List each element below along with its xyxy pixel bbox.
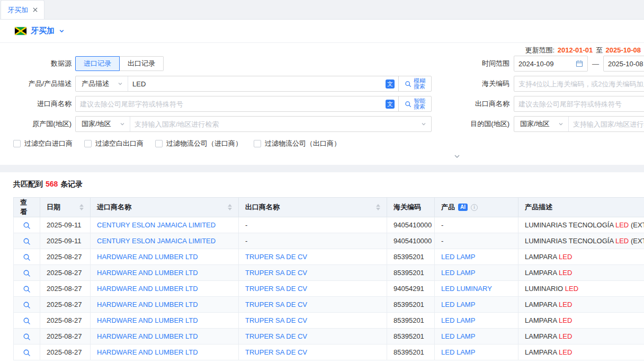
- calendar-icon: [576, 60, 583, 67]
- product-cell: LED LUMINARY: [435, 281, 518, 297]
- importer-link[interactable]: CENTURY ESLON JAMAICA LIMITED: [97, 237, 216, 245]
- importer-link[interactable]: HARDWARE AND LUMBER LTD: [97, 348, 198, 356]
- smart-search-button[interactable]: 智能 搜索: [398, 96, 431, 111]
- chevron-down-icon: [118, 81, 123, 86]
- importer-search-input[interactable]: [76, 96, 386, 111]
- importer-link[interactable]: HARDWARE AND LUMBER LTD: [97, 285, 198, 293]
- destination-country-input[interactable]: [569, 117, 644, 131]
- filter-checkbox[interactable]: 过滤物流公司（进口商）: [155, 139, 242, 148]
- collapse-panel-button[interactable]: [448, 152, 467, 161]
- translate-icon[interactable]: 文: [386, 100, 395, 109]
- importer-link[interactable]: HARDWARE AND LUMBER LTD: [97, 301, 198, 308]
- view-detail-icon[interactable]: [23, 333, 31, 341]
- origin-group: 国家/地区: [75, 116, 432, 132]
- form-row-datasource: 数据源 进口记录 出口记录 时间范围 —: [0, 56, 644, 72]
- date-to-input[interactable]: [603, 56, 644, 72]
- view-cell: [14, 249, 40, 265]
- checkbox-icon[interactable]: [155, 140, 163, 147]
- date-cell: 2025-08-27: [40, 297, 91, 313]
- origin-country-input[interactable]: [130, 117, 421, 131]
- exporter-link[interactable]: TRUPER SA DE CV: [245, 316, 307, 324]
- importer-label: 进口商名称: [0, 99, 71, 109]
- importer-cell: HARDWARE AND LUMBER LTD: [91, 297, 239, 313]
- exporter-input[interactable]: [514, 96, 644, 111]
- view-detail-icon[interactable]: [23, 237, 31, 245]
- view-detail-icon[interactable]: [23, 349, 31, 357]
- date-cell: 2025-08-27: [40, 281, 91, 297]
- import-records-option[interactable]: 进口记录: [75, 56, 120, 71]
- view-detail-icon[interactable]: [23, 253, 31, 261]
- description-cell: LUMINARIO LED: [518, 281, 644, 297]
- chevron-down-icon[interactable]: [59, 28, 65, 34]
- form-row-origin: 原产国(地区) 国家/地区 目的国(地区) 国家/地区: [0, 116, 644, 132]
- exporter-link[interactable]: TRUPER SA DE CV: [245, 348, 307, 356]
- product-cell: LED LAMP: [435, 265, 518, 281]
- hs-code-input[interactable]: [514, 76, 644, 91]
- exporter-link[interactable]: TRUPER SA DE CV: [245, 253, 307, 261]
- exporter-link[interactable]: TRUPER SA DE CV: [245, 332, 307, 340]
- description-cell: LAMPARA LED: [518, 297, 644, 313]
- exporter-link[interactable]: TRUPER SA DE CV: [245, 269, 307, 277]
- product-search-input[interactable]: [128, 76, 386, 91]
- checkbox-icon[interactable]: [254, 140, 261, 147]
- chevron-down-icon: [558, 121, 564, 127]
- importer-link[interactable]: HARDWARE AND LUMBER LTD: [97, 253, 198, 261]
- hs-code-cell: 85395201: [387, 313, 435, 329]
- data-source-label: 数据源: [0, 59, 71, 68]
- exporter-link[interactable]: TRUPER SA DE CV: [245, 301, 307, 308]
- importer-link[interactable]: HARDWARE AND LUMBER LTD: [97, 332, 198, 340]
- filter-checkbox[interactable]: 过滤物流公司（出口商）: [254, 139, 341, 148]
- view-detail-icon[interactable]: [23, 301, 31, 309]
- origin-type-select[interactable]: 国家/地区: [76, 117, 130, 131]
- product-link[interactable]: LED LAMP: [441, 253, 475, 261]
- sort-exporter-icon[interactable]: [376, 204, 380, 210]
- checkbox-icon[interactable]: [84, 140, 92, 147]
- view-detail-icon[interactable]: [23, 269, 31, 277]
- hs-code-group: [514, 76, 644, 92]
- product-type-value: 产品描述: [82, 79, 109, 89]
- column-product: 产品: [441, 202, 455, 212]
- product-link[interactable]: LED LAMP: [441, 348, 475, 356]
- exporter-cell: TRUPER SA DE CV: [239, 265, 387, 281]
- exporter-link[interactable]: TRUPER SA DE CV: [245, 285, 307, 293]
- destination-type-select[interactable]: 国家/地区: [514, 117, 569, 131]
- product-link[interactable]: LED LAMP: [441, 301, 475, 308]
- filter-checkbox[interactable]: 过滤空白进口商: [13, 139, 73, 148]
- tab-close-icon[interactable]: [33, 7, 38, 12]
- product-link[interactable]: LED LAMP: [441, 316, 475, 324]
- date-range-dash: —: [592, 60, 599, 68]
- product-link[interactable]: LED LAMP: [441, 269, 475, 277]
- product-type-select[interactable]: 产品描述: [76, 76, 128, 91]
- update-range-label: 更新范围:: [525, 46, 555, 54]
- form-row-product: 产品/产品描述 产品描述 文 模糊 搜索: [0, 76, 644, 92]
- date-from-value[interactable]: [518, 60, 576, 68]
- collapse-row: [0, 152, 644, 162]
- view-detail-icon[interactable]: [23, 222, 31, 229]
- date-from-input[interactable]: [514, 56, 588, 72]
- filter-checkbox[interactable]: 过滤空白出口商: [84, 139, 144, 148]
- chevron-down-icon[interactable]: [421, 121, 426, 127]
- product-link[interactable]: LED LAMP: [441, 332, 475, 340]
- view-cell: [14, 345, 40, 360]
- sort-date-icon[interactable]: [79, 204, 84, 210]
- hs-code-cell: 9405410000: [387, 233, 435, 249]
- export-records-option[interactable]: 出口记录: [120, 56, 164, 71]
- sort-importer-icon[interactable]: [228, 204, 232, 210]
- info-icon[interactable]: i: [471, 204, 478, 211]
- view-detail-icon[interactable]: [23, 285, 31, 293]
- product-search-group: 产品描述 文 模糊 搜索: [75, 76, 432, 92]
- importer-link[interactable]: HARDWARE AND LUMBER LTD: [97, 316, 198, 324]
- ai-badge: AI: [458, 204, 468, 211]
- view-detail-icon[interactable]: [23, 317, 31, 325]
- product-cell: LED LAMP: [435, 329, 518, 345]
- date-cell: 2025-08-27: [40, 329, 91, 345]
- date-to-value[interactable]: [608, 60, 644, 68]
- tab-jamaica[interactable]: 牙买加: [1, 0, 44, 19]
- importer-link[interactable]: CENTURY ESLON JAMAICA LIMITED: [97, 221, 216, 229]
- importer-link[interactable]: HARDWARE AND LUMBER LTD: [97, 269, 198, 277]
- checkbox-icon[interactable]: [13, 140, 21, 147]
- product-link[interactable]: LED LUMINARY: [441, 285, 492, 293]
- fuzzy-search-button[interactable]: 模糊 搜索: [398, 76, 431, 91]
- country-name[interactable]: 牙买加: [31, 26, 55, 36]
- translate-icon[interactable]: 文: [386, 80, 395, 89]
